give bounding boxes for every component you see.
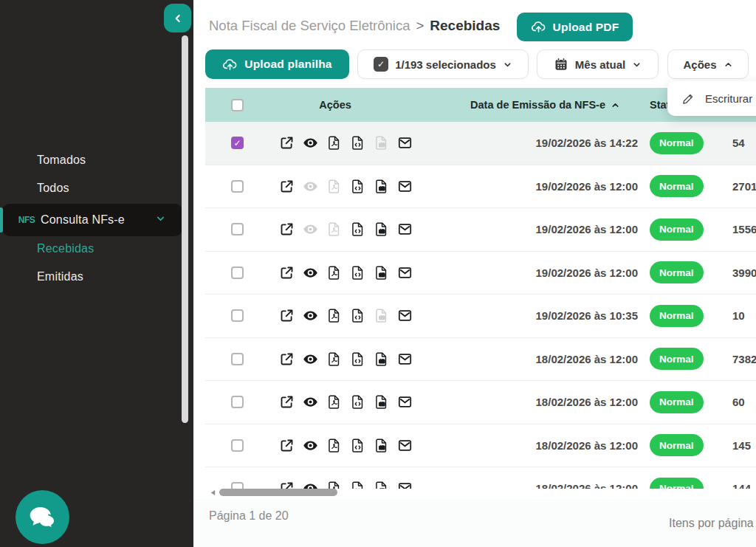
xml-file-icon[interactable] (350, 351, 365, 367)
table-row: AB18/02/2026 às 12:00Normal60 (205, 381, 756, 424)
email-icon[interactable] (397, 351, 413, 367)
eye-icon[interactable] (303, 438, 318, 453)
invoices-table: Ações Data de Emissão da NFS-e Status ✓A… (205, 88, 756, 489)
ab-file-icon: AB (374, 308, 389, 323)
upload-pdf-button[interactable]: Upload PDF (517, 13, 633, 41)
emission-date: 19/02/2026 às 12:00 (427, 180, 641, 193)
xml-file-icon[interactable] (350, 438, 365, 453)
pdf-file-icon[interactable] (326, 351, 342, 367)
row-checkbox[interactable] (231, 309, 244, 322)
sidebar-item-label: Todos (37, 182, 69, 195)
sidebar-item-emitidas[interactable]: Emitidas (0, 264, 182, 290)
xml-file-icon[interactable] (350, 179, 365, 194)
horizontal-scrollbar-thumb[interactable] (219, 489, 337, 496)
actions-column-header: Ações (244, 99, 427, 111)
eye-icon[interactable] (303, 135, 318, 151)
sidebar-collapse-button[interactable] (164, 4, 191, 32)
sidebar-item-todos[interactable]: Todos (0, 175, 182, 202)
open-external-icon[interactable] (279, 438, 295, 453)
pagination-footer: Página 1 de 20 Itens por página (193, 499, 756, 547)
cloud-upload-icon (531, 19, 546, 35)
row-checkbox[interactable]: ✓ (231, 137, 244, 149)
eye-icon[interactable] (303, 394, 318, 410)
email-icon[interactable] (397, 308, 413, 323)
scroll-left-arrow-icon[interactable] (210, 489, 216, 496)
open-external-icon[interactable] (279, 135, 295, 151)
sidebar-scrollbar[interactable] (182, 35, 188, 423)
email-icon[interactable] (397, 394, 413, 410)
row-actions: AB (244, 438, 427, 453)
eye-icon[interactable] (303, 308, 318, 323)
menu-item-escriturar[interactable]: Escriturar (705, 92, 752, 105)
status-badge: Normal (650, 391, 704, 413)
select-all-checkbox[interactable] (231, 99, 244, 111)
table-row: AB18/02/2026 às 12:00Normal144 (205, 467, 756, 489)
sidebar-item-label: Tomados (37, 154, 86, 167)
sidebar-item-consulta-nfse[interactable]: NFSConsulta NFs-e (2, 204, 182, 236)
open-external-icon[interactable] (279, 308, 295, 323)
ab-file-icon[interactable]: AB (374, 394, 389, 410)
row-checkbox[interactable] (231, 439, 244, 452)
email-icon[interactable] (397, 135, 413, 151)
ab-file-icon[interactable]: AB (374, 438, 389, 453)
consulta-nfse-badge-icon: NFS (17, 211, 36, 229)
email-icon[interactable] (397, 221, 413, 237)
selected-filter-dropdown[interactable]: ✓ 1/193 selecionados (357, 49, 529, 79)
status-badge: Normal (650, 261, 704, 283)
row-actions: AB (244, 351, 427, 367)
pdf-file-icon[interactable] (326, 135, 342, 151)
sidebar-item-label: Recebidas (37, 242, 94, 255)
breadcrumb: Nota Fiscal de Serviço Eletrônica>Recebi… (209, 18, 500, 34)
pdf-file-icon (326, 221, 342, 237)
chevron-up-icon (724, 60, 733, 69)
ab-file-icon[interactable]: AB (374, 221, 389, 237)
pdf-file-icon[interactable] (326, 308, 342, 323)
chat-bubbles-icon (24, 498, 62, 537)
chat-button[interactable] (16, 490, 69, 544)
open-external-icon[interactable] (279, 394, 295, 410)
eye-icon[interactable] (303, 265, 318, 281)
open-external-icon[interactable] (279, 179, 295, 194)
email-icon[interactable] (397, 179, 413, 194)
pdf-file-icon (326, 179, 342, 194)
pdf-file-icon[interactable] (326, 438, 342, 453)
status-badge: Normal (650, 132, 704, 154)
xml-file-icon[interactable] (350, 308, 365, 323)
open-external-icon[interactable] (279, 265, 295, 281)
open-external-icon[interactable] (279, 351, 295, 367)
xml-file-icon[interactable] (350, 135, 365, 151)
xml-file-icon[interactable] (350, 394, 365, 410)
xml-file-icon[interactable] (350, 265, 365, 281)
upload-planilha-button[interactable]: Upload planilha (205, 49, 349, 79)
date-column-header[interactable]: Data de Emissão da NFS-e (427, 99, 641, 111)
open-external-icon[interactable] (279, 221, 295, 237)
row-checkbox[interactable] (231, 223, 244, 235)
pdf-file-icon[interactable] (326, 265, 342, 281)
selected-count-label: 1/193 selecionados (395, 58, 496, 71)
status-badge: Normal (650, 434, 704, 456)
month-filter-dropdown[interactable]: Mês atual (537, 49, 659, 79)
actions-dropdown-button[interactable]: Ações (667, 49, 749, 79)
nfse-number: 10 (729, 309, 756, 322)
sidebar-item-label: Consulta NFs-e (41, 213, 125, 227)
sidebar-item-tomados[interactable]: Tomados (0, 147, 182, 173)
row-checkbox[interactable] (231, 353, 244, 365)
row-checkbox[interactable] (231, 396, 244, 408)
eye-icon[interactable] (303, 351, 318, 367)
email-icon[interactable] (397, 265, 413, 281)
page-indicator: Página 1 de 20 (209, 509, 289, 523)
email-icon[interactable] (397, 438, 413, 453)
ab-file-icon[interactable]: AB (374, 351, 389, 367)
xml-file-icon[interactable] (350, 221, 365, 237)
row-checkbox[interactable] (231, 266, 244, 279)
sidebar-item-recebidas[interactable]: Recebidas (0, 235, 182, 262)
row-actions: AB (244, 221, 427, 237)
date-column-label: Data de Emissão da NFS-e (470, 99, 605, 111)
pdf-file-icon[interactable] (326, 394, 342, 410)
ab-file-icon[interactable]: AB (374, 265, 389, 281)
ab-file-icon[interactable]: AB (374, 179, 389, 194)
actions-label: Ações (683, 58, 716, 71)
breadcrumb-root[interactable]: Nota Fiscal de Serviço Eletrônica (209, 18, 410, 33)
chevron-left-icon (172, 13, 184, 24)
row-checkbox[interactable] (231, 180, 244, 193)
